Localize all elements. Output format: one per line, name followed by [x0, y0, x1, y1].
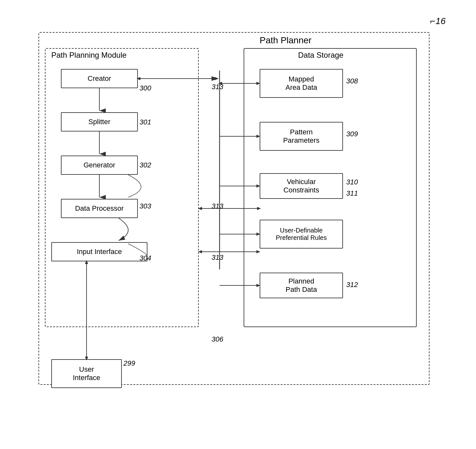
ref-312: 312 [346, 281, 358, 289]
path-planning-module-box [45, 48, 199, 327]
ref-303: 303 [139, 202, 151, 210]
input-interface-label: Input Interface [77, 248, 122, 256]
ref-306: 306 [212, 335, 223, 343]
ref-308: 308 [346, 77, 358, 85]
user-interface-box: User Interface [51, 359, 122, 388]
splitter-label: Splitter [88, 118, 110, 126]
path-planner-label: Path Planner [260, 35, 312, 46]
creator-box: Creator [61, 69, 138, 88]
ref-304: 304 [139, 254, 151, 262]
ds-label: Data Storage [298, 51, 343, 60]
ref-301: 301 [139, 118, 151, 126]
splitter-box: Splitter [61, 112, 138, 131]
planned-path-box: Planned Path Data [260, 273, 343, 298]
mapped-area-label: Mapped Area Data [285, 75, 317, 92]
ref-302: 302 [139, 161, 151, 169]
ref-311: 311 [346, 189, 358, 198]
planned-path-label: Planned Path Data [286, 277, 317, 294]
ref-313b: 313 [212, 202, 223, 210]
ref-313c: 313 [212, 253, 223, 262]
ref-300: 300 [139, 84, 151, 92]
vehicular-box: Vehicular Constraints [260, 173, 343, 199]
data-processor-label: Data Processor [75, 204, 124, 213]
diagram: 16 ⌐ Path Planner Path Planning Module D… [19, 13, 449, 436]
ref-313a: 313 [212, 83, 223, 91]
ppm-label: Path Planning Module [51, 51, 127, 60]
pattern-params-box: Pattern Parameters [260, 122, 343, 151]
creator-label: Creator [88, 74, 111, 83]
ref-310: 310 [346, 178, 358, 186]
ref-16: 16 [436, 16, 446, 26]
generator-box: Generator [61, 156, 138, 175]
mapped-area-box: Mapped Area Data [260, 69, 343, 98]
vehicular-label: Vehicular Constraints [283, 178, 319, 194]
ref-309: 309 [346, 130, 358, 138]
user-definable-box: User-Definable Preferential Rules [260, 220, 343, 249]
user-definable-label: User-Definable Preferential Rules [276, 227, 327, 241]
pattern-params-label: Pattern Parameters [283, 128, 320, 145]
user-interface-label: User Interface [73, 365, 100, 382]
data-processor-box: Data Processor [61, 199, 138, 218]
input-interface-box: Input Interface [51, 242, 147, 261]
generator-label: Generator [83, 161, 115, 169]
ref-299: 299 [123, 359, 135, 368]
